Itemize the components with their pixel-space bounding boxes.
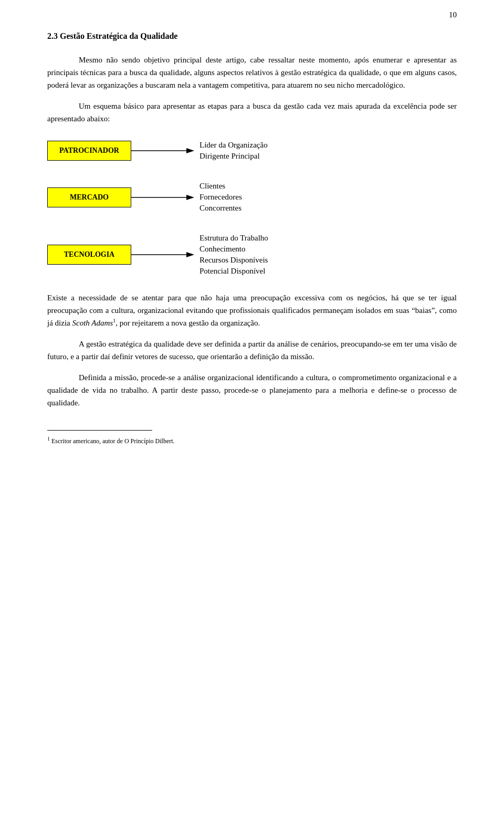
label-clientes: Clientes bbox=[200, 182, 242, 191]
paragraph-5: Definida a missão, procede-se a análise … bbox=[47, 371, 457, 409]
paragraph-3-end: , por rejeitarem a nova gestão da organi… bbox=[116, 319, 260, 327]
diagram-box-tecnologia: TECNOLOGIA bbox=[47, 245, 131, 265]
label-fornecedores: Fornecedores bbox=[200, 193, 242, 202]
footnote-divider bbox=[47, 430, 152, 431]
diagram-box-patrocinador: PATROCINADOR bbox=[47, 141, 131, 161]
diagram-row-patrocinador: PATROCINADOR Líder da Organização Dirige… bbox=[47, 141, 457, 161]
paragraph-4: A gestão estratégica da qualidade deve s… bbox=[47, 338, 457, 363]
label-concorrentes: Concorrentes bbox=[200, 204, 242, 213]
diagram: PATROCINADOR Líder da Organização Dirige… bbox=[47, 141, 457, 276]
label-recursos: Recursos Disponíveis bbox=[200, 256, 268, 265]
label-estrutura: Estrutura do Trabalho bbox=[200, 234, 268, 243]
svg-marker-5 bbox=[186, 252, 194, 257]
label-conhecimento: Conhecimento bbox=[200, 245, 268, 254]
page-number: 10 bbox=[449, 11, 457, 19]
footnote-text: Escritor americano, autor de O Princípio… bbox=[51, 437, 175, 445]
diagram-labels-mercado: Clientes Fornecedores Concorrentes bbox=[200, 182, 242, 213]
diagram-labels-tecnologia: Estrutura do Trabalho Conhecimento Recur… bbox=[200, 234, 268, 276]
section-title: 2.3 Gestão Estratégica da Qualidade bbox=[47, 32, 457, 41]
svg-marker-1 bbox=[186, 148, 194, 153]
paragraph-3-italic: Scoth Adams bbox=[72, 319, 113, 327]
label-dirigente: Dirigente Principal bbox=[200, 152, 268, 161]
label-lider: Líder da Organização bbox=[200, 141, 268, 150]
svg-marker-3 bbox=[186, 195, 194, 200]
label-potencial: Potencial Disponível bbox=[200, 267, 268, 276]
arrow-mercado bbox=[131, 191, 194, 204]
diagram-row-tecnologia: TECNOLOGIA Estrutura do Trabalho Conheci… bbox=[47, 234, 457, 276]
arrow-tecnologia bbox=[131, 248, 194, 261]
footnote-number: 1 bbox=[47, 436, 50, 442]
paragraph-3: Existe a necessidade de se atentar para … bbox=[47, 291, 457, 329]
diagram-labels-patrocinador: Líder da Organização Dirigente Principal bbox=[200, 141, 268, 161]
footnote: 1 Escritor americano, autor de O Princíp… bbox=[47, 435, 457, 446]
diagram-row-mercado: MERCADO Clientes Fornecedores Concorrent… bbox=[47, 182, 457, 213]
paragraph-1: Mesmo não sendo objetivo principal deste… bbox=[47, 54, 457, 91]
arrow-patrocinador bbox=[131, 144, 194, 157]
diagram-box-mercado: MERCADO bbox=[47, 187, 131, 207]
paragraph-2: Um esquema básico para apresentar as eta… bbox=[47, 100, 457, 125]
